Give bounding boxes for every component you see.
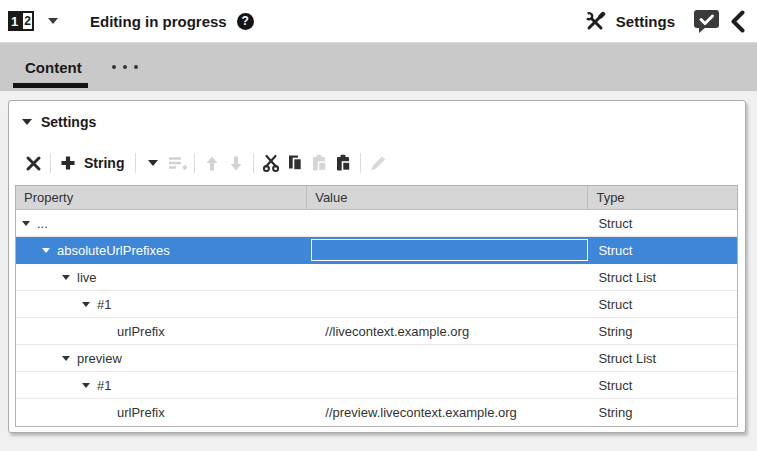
window-header: 1 2 Editing in progress ? Settings: [0, 0, 757, 43]
column-header-value: Value: [307, 186, 588, 209]
property-name: #1: [97, 297, 111, 312]
property-type: Struct List: [598, 270, 656, 285]
table-row[interactable]: absoluteUrlPrefixes Struct: [16, 237, 737, 264]
property-type: Struct: [598, 243, 632, 258]
table-row[interactable]: ... Struct: [16, 210, 737, 237]
edit-icon: [366, 151, 390, 175]
table-header-row: Property Value Type: [16, 186, 737, 210]
property-type: Struct: [598, 378, 632, 393]
collapse-panel-chevron-icon[interactable]: [730, 10, 745, 33]
property-type: String: [598, 324, 632, 339]
property-name: preview: [77, 351, 122, 366]
document-versions-icon[interactable]: 1 2: [8, 11, 34, 31]
property-value: //livecontext.example.org: [325, 324, 469, 339]
property-type: Struct List: [598, 351, 656, 366]
add-type-caret-icon[interactable]: [141, 151, 165, 175]
more-tabs-icon[interactable]: [112, 65, 138, 69]
property-name: ...: [37, 216, 48, 231]
help-icon[interactable]: ?: [237, 13, 254, 30]
table-row[interactable]: #1 Struct: [16, 372, 737, 399]
tab-content-label: Content: [25, 59, 82, 76]
active-tab-underline: [13, 83, 88, 88]
collapse-triangle-icon: [22, 119, 32, 125]
version-dropdown-caret-icon[interactable]: [48, 18, 58, 24]
move-down-icon: [224, 151, 248, 175]
settings-panel-title: Settings: [41, 114, 96, 130]
add-type-label[interactable]: String: [84, 155, 124, 171]
table-row[interactable]: preview Struct List: [16, 345, 737, 372]
paste-into-icon[interactable]: [331, 151, 355, 175]
move-up-icon: [200, 151, 224, 175]
table-body: ... Struct absoluteUrlPrefixes Struct li…: [16, 210, 737, 426]
property-value: //preview.livecontext.example.org: [325, 405, 516, 420]
property-type: Struct: [598, 216, 632, 231]
property-name: urlPrefix: [117, 324, 165, 339]
settings-panel: Settings String: [8, 100, 746, 433]
expand-triangle-icon[interactable]: [82, 383, 90, 388]
table-row[interactable]: urlPrefix //preview.livecontext.example.…: [16, 399, 737, 426]
struct-property-table: Property Value Type ... Struct absoluteU…: [15, 185, 738, 427]
property-name: absoluteUrlPrefixes: [57, 243, 170, 258]
paste-icon: [307, 151, 331, 175]
property-type: String: [598, 405, 632, 420]
column-header-property: Property: [16, 186, 307, 209]
expand-triangle-icon[interactable]: [62, 356, 70, 361]
delete-icon[interactable]: [21, 151, 45, 175]
add-property-icon[interactable]: [56, 151, 80, 175]
property-name: #1: [97, 378, 111, 393]
cut-icon[interactable]: [259, 151, 283, 175]
table-row[interactable]: #1 Struct: [16, 291, 737, 318]
property-type: Struct: [598, 297, 632, 312]
expand-triangle-icon[interactable]: [82, 302, 90, 307]
value-edit-box[interactable]: [311, 239, 588, 261]
settings-title: Settings: [616, 13, 675, 30]
tools-icon: [584, 11, 606, 31]
version-badge-right: 2: [21, 11, 34, 31]
version-badge-left: 1: [8, 11, 21, 31]
column-header-type: Type: [588, 186, 737, 209]
add-to-list-icon: [165, 151, 189, 175]
table-row[interactable]: urlPrefix //livecontext.example.org Stri…: [16, 318, 737, 345]
expand-triangle-icon[interactable]: [42, 248, 50, 253]
tab-strip: Content: [0, 43, 757, 91]
tab-content[interactable]: Content: [0, 43, 82, 91]
property-name: urlPrefix: [117, 405, 165, 420]
status-title: Editing in progress: [90, 13, 227, 30]
table-row[interactable]: live Struct List: [16, 264, 737, 291]
struct-editor-toolbar: String: [21, 150, 745, 176]
copy-icon[interactable]: [283, 151, 307, 175]
approval-comment-icon[interactable]: [693, 9, 720, 33]
expand-triangle-icon[interactable]: [62, 275, 70, 280]
settings-panel-header[interactable]: Settings: [9, 101, 745, 130]
property-name: live: [77, 270, 97, 285]
expand-triangle-icon[interactable]: [22, 221, 30, 226]
